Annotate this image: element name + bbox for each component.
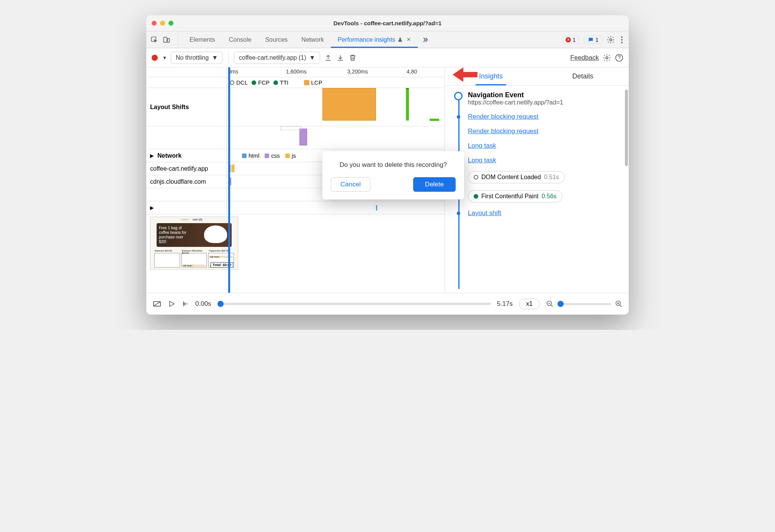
export-icon[interactable] [324, 54, 332, 62]
tab-elements[interactable]: Elements [183, 31, 222, 48]
insights-panel: Insights Details Navigation Event https:… [445, 67, 629, 293]
tab-console[interactable]: Console [222, 31, 258, 48]
record-dropdown-icon[interactable]: ▼ [162, 55, 167, 60]
zoom-in-icon[interactable] [615, 300, 623, 308]
playback-speed[interactable]: x1 [519, 299, 540, 309]
panel-toolbar: ▼ No throttling▼ coffee-cart.netlify.app… [146, 48, 629, 67]
svg-point-4 [606, 57, 608, 59]
insight-link[interactable]: Layout shift [455, 209, 623, 217]
zoom-thumb[interactable] [558, 301, 564, 307]
device-toolbar-icon[interactable] [162, 36, 171, 44]
marker-dcl[interactable]: DCL [230, 79, 248, 86]
play-icon[interactable] [168, 300, 175, 308]
coffee-cup-icon [204, 225, 227, 243]
close-tab-icon[interactable]: × [407, 36, 411, 44]
devtools-window: DevTools - coffee-cart.netlify.app/?ad=1… [146, 15, 629, 315]
message-badge[interactable]: 1 [584, 36, 603, 44]
delete-icon[interactable] [348, 54, 357, 62]
window-title: DevTools - coffee-cart.netlify.app/?ad=1 [146, 20, 629, 26]
minimize-window-button[interactable] [160, 21, 165, 26]
screenshots-row[interactable]: menu cart (0) Free 1 bag of coffee beans… [146, 214, 445, 272]
circle-green-icon [474, 194, 478, 199]
tab-details[interactable]: Details [537, 67, 629, 85]
filter-css[interactable]: css [265, 152, 280, 159]
slider-thumb[interactable] [217, 301, 224, 307]
recording-select[interactable]: coffee-cart.netlify.app (1)▼ [234, 52, 320, 64]
insight-link[interactable]: Long task [455, 157, 623, 164]
filter-html[interactable]: html [242, 152, 259, 159]
tab-performance-insights[interactable]: Performance insights × [331, 31, 418, 48]
inspect-element-icon[interactable] [150, 36, 159, 44]
marker-fcp[interactable]: FCP [252, 79, 270, 86]
more-options-icon[interactable] [619, 34, 625, 46]
traffic-lights [152, 21, 173, 26]
insight-dcl[interactable]: DOM Content Loaded 0.51s [455, 171, 623, 183]
zoom-out-icon[interactable] [546, 300, 554, 308]
insight-navigation-event[interactable]: Navigation Event https://coffee-cart.net… [455, 91, 623, 106]
markers-row: DCL FCP TTI LCP [146, 77, 445, 88]
insight-fcp[interactable]: First Contentful Paint 0.56s [455, 190, 623, 202]
annotation-arrow [453, 65, 479, 84]
empty-row-2: ▶ [146, 201, 445, 214]
time-end: 5.17s [497, 300, 513, 308]
svg-rect-2 [168, 38, 170, 42]
delete-button[interactable]: Delete [413, 177, 456, 192]
throttling-select[interactable]: No throttling▼ [171, 52, 223, 64]
message-icon [588, 37, 594, 43]
error-badge[interactable]: × 1 [561, 36, 580, 44]
settings-icon[interactable] [607, 36, 615, 44]
layout-shift-spike[interactable] [406, 88, 409, 121]
back-to-start-icon[interactable] [181, 300, 189, 308]
zoom-slider[interactable] [558, 303, 611, 305]
tab-network[interactable]: Network [294, 31, 331, 48]
insight-link[interactable]: Long task [455, 142, 623, 150]
separator [228, 52, 229, 63]
toggle-screenshots-icon[interactable] [152, 299, 162, 308]
feedback-link[interactable]: Feedback [570, 54, 599, 62]
tasks-row[interactable] [146, 126, 445, 149]
import-icon[interactable] [336, 54, 345, 62]
devtools-tabbar: Elements Console Sources Network Perform… [146, 31, 629, 48]
css-task-block[interactable] [299, 129, 307, 145]
insight-link[interactable]: Render blocking request [455, 127, 623, 135]
cancel-button[interactable]: Cancel [331, 177, 370, 192]
screenshot-thumb[interactable]: menu cart (0) Free 1 bag of coffee beans… [150, 217, 238, 269]
playback-slider[interactable] [217, 303, 491, 305]
insight-link[interactable]: Render blocking request [455, 113, 623, 121]
record-button[interactable] [152, 55, 158, 61]
delete-confirmation-dialog: Do you want to delete this recording? Ca… [322, 151, 464, 199]
scrollbar[interactable] [625, 90, 628, 166]
lcp-block[interactable] [322, 88, 376, 121]
marker-tti[interactable]: TTI [273, 79, 289, 86]
circle-open-icon [474, 175, 478, 180]
titlebar: DevTools - coffee-cart.netlify.app/?ad=1 [146, 15, 629, 31]
layout-shift-bar[interactable] [430, 119, 439, 121]
insights-timeline[interactable]: Navigation Event https://coffee-cart.net… [445, 86, 629, 293]
time-ruler[interactable]: 0ms 1,600ms 3,200ms 4,80 [146, 67, 445, 77]
flask-icon [397, 37, 403, 42]
dialog-message: Do you want to delete this recording? [331, 161, 456, 169]
tab-sources[interactable]: Sources [258, 31, 294, 48]
error-icon: × [566, 37, 571, 42]
playback-footer: 0.00s 5.17s x1 [146, 293, 629, 315]
close-window-button[interactable] [152, 21, 157, 26]
playhead-line[interactable] [228, 67, 230, 293]
maximize-window-button[interactable] [168, 21, 173, 26]
help-icon[interactable] [615, 54, 623, 62]
panel-settings-icon[interactable] [603, 54, 611, 62]
svg-rect-1 [164, 37, 167, 42]
marker-lcp[interactable]: LCP [304, 79, 322, 86]
more-tabs-button[interactable] [418, 31, 432, 48]
filter-js[interactable]: js [285, 152, 296, 159]
svg-point-3 [610, 39, 612, 41]
layout-shifts-row[interactable]: Layout Shifts [146, 88, 445, 126]
time-start: 0.00s [195, 300, 211, 308]
